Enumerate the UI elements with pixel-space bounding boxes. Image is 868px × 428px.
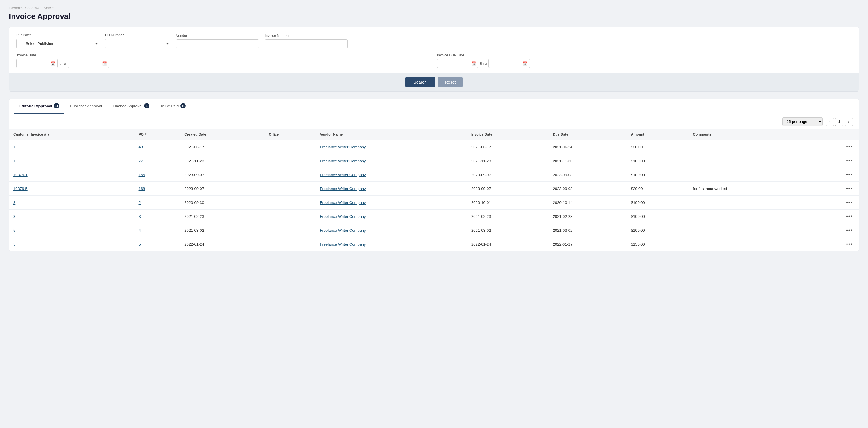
invoice-due-date-from[interactable] [437, 59, 478, 68]
vendor-name-link[interactable]: Freelance Writer Company [320, 187, 366, 191]
po-number-select[interactable]: — [105, 39, 170, 48]
comments-cell [689, 209, 807, 224]
created-date-cell: 2021-02-23 [180, 209, 265, 224]
tab-publisher[interactable]: Publisher Approval [64, 99, 107, 113]
vendor-name-link[interactable]: Freelance Writer Company [320, 200, 366, 205]
vendor-name-link[interactable]: Freelance Writer Company [320, 145, 366, 149]
invoice-num-link[interactable]: 3 [13, 200, 16, 205]
invoices-table: Customer Invoice #▼PO #Created DateOffic… [9, 129, 859, 251]
row-actions-button[interactable]: ••• [844, 158, 855, 164]
breadcrumb-current: Approve Invoices [27, 6, 55, 10]
col-header-actions [807, 129, 859, 140]
col-header-invoice_num[interactable]: Customer Invoice #▼ [9, 129, 134, 140]
invoice-due-date-thru-label: thru [480, 61, 487, 66]
table-body: 1482021-06-17Freelance Writer Company202… [9, 140, 859, 251]
comments-cell [689, 224, 807, 237]
row-actions-button[interactable]: ••• [844, 144, 855, 150]
vendor-name-link[interactable]: Freelance Writer Company [320, 173, 366, 177]
breadcrumb-separator: » [25, 6, 27, 10]
publisher-select[interactable]: — Select Publisher — [16, 39, 99, 48]
col-header-po_num: PO # [134, 129, 181, 140]
tab-finance[interactable]: Finance Approval1 [107, 99, 155, 113]
invoice-due-date-to-wrap: 📅 [489, 59, 530, 68]
breadcrumb: Payables » Approve Invoices [9, 6, 859, 10]
vendor-name-link[interactable]: Freelance Writer Company [320, 242, 366, 246]
due-date-cell: 2020-10-14 [549, 196, 627, 209]
col-header-due_date: Due Date [549, 129, 627, 140]
tab-tobepaid[interactable]: To Be Paid11 [155, 99, 191, 113]
po-num-link[interactable]: 77 [139, 159, 143, 163]
due-date-cell: 2022-01-27 [549, 237, 627, 251]
invoice-date-cell: 2023-09-07 [467, 168, 549, 182]
po-num-link[interactable]: 4 [139, 228, 141, 233]
office-cell [265, 140, 316, 154]
pagination: ‹ 1 › [826, 118, 853, 126]
vendor-label: Vendor [176, 34, 259, 38]
invoice-date-to[interactable] [68, 59, 109, 68]
created-date-cell: 2021-03-02 [180, 224, 265, 237]
row-actions-button[interactable]: ••• [844, 185, 855, 192]
publisher-label: Publisher [16, 33, 99, 37]
invoice-number-label: Invoice Number [265, 34, 348, 38]
tab-badge-editorial: 11 [54, 103, 59, 108]
invoice-num-link[interactable]: 10376-5 [13, 187, 28, 191]
amount-cell: $100.00 [627, 168, 689, 182]
invoice-date-from-wrap: 📅 [16, 59, 58, 68]
po-num-link[interactable]: 168 [139, 187, 145, 191]
comments-cell [689, 140, 807, 154]
vendor-name-link[interactable]: Freelance Writer Company [320, 159, 366, 163]
current-page-button[interactable]: 1 [835, 118, 843, 126]
tab-label-tobepaid: To Be Paid [160, 104, 179, 108]
prev-page-button[interactable]: ‹ [826, 118, 834, 126]
invoice-num-link[interactable]: 5 [13, 228, 16, 233]
row-actions-button[interactable]: ••• [844, 213, 855, 220]
created-date-cell: 2023-09-07 [180, 182, 265, 196]
search-button[interactable]: Search [405, 77, 435, 87]
invoice-num-link[interactable]: 5 [13, 242, 16, 246]
due-date-cell: 2021-06-24 [549, 140, 627, 154]
row-actions-button[interactable]: ••• [844, 199, 855, 206]
filter-actions: Search Reset [9, 73, 859, 91]
invoice-number-input[interactable] [265, 39, 348, 48]
table-row: 10376-51682023-09-07Freelance Writer Com… [9, 182, 859, 196]
invoice-date-cell: 2021-02-23 [467, 209, 549, 224]
vendor-input[interactable] [176, 39, 259, 48]
per-page-select[interactable]: 25 per page50 per page100 per page [782, 117, 823, 126]
invoice-due-date-filter-group: Invoice Due Date 📅 thru 📅 [437, 53, 852, 68]
po-num-link[interactable]: 5 [139, 242, 141, 246]
col-header-vendor_name: Vendor Name [316, 129, 467, 140]
po-num-link[interactable]: 2 [139, 200, 141, 205]
due-date-cell: 2021-03-02 [549, 224, 627, 237]
vendor-name-link[interactable]: Freelance Writer Company [320, 214, 366, 219]
tab-editorial[interactable]: Editorial Approval11 [14, 99, 64, 113]
row-actions-button[interactable]: ••• [844, 227, 855, 233]
vendor-name-link[interactable]: Freelance Writer Company [320, 228, 366, 233]
sort-icon-invoice_num: ▼ [47, 133, 50, 136]
po-num-link[interactable]: 165 [139, 173, 145, 177]
tab-label-finance: Finance Approval [113, 104, 142, 108]
invoice-date-filter-group: Invoice Date 📅 thru 📅 [16, 53, 431, 68]
table-row: 1772021-11-23Freelance Writer Company202… [9, 154, 859, 168]
row-actions-button[interactable]: ••• [844, 171, 855, 178]
reset-button[interactable]: Reset [438, 77, 463, 87]
comments-cell [689, 237, 807, 251]
row-actions-button[interactable]: ••• [844, 241, 855, 248]
next-page-button[interactable]: › [845, 118, 853, 126]
office-cell [265, 168, 316, 182]
due-date-cell: 2023-09-08 [549, 168, 627, 182]
invoice-num-link[interactable]: 10376-1 [13, 173, 28, 177]
invoice-date-thru-label: thru [59, 61, 66, 66]
amount-cell: $150.00 [627, 237, 689, 251]
invoice-due-date-to[interactable] [489, 59, 530, 68]
col-header-amount: Amount [627, 129, 689, 140]
amount-cell: $100.00 [627, 224, 689, 237]
office-cell [265, 224, 316, 237]
amount-cell: $100.00 [627, 154, 689, 168]
invoice-num-link[interactable]: 1 [13, 159, 16, 163]
invoice-date-from[interactable] [16, 59, 58, 68]
po-num-link[interactable]: 3 [139, 214, 141, 219]
table-row: 1482021-06-17Freelance Writer Company202… [9, 140, 859, 154]
po-num-link[interactable]: 48 [139, 145, 143, 149]
invoice-num-link[interactable]: 1 [13, 145, 16, 149]
invoice-num-link[interactable]: 3 [13, 214, 16, 219]
